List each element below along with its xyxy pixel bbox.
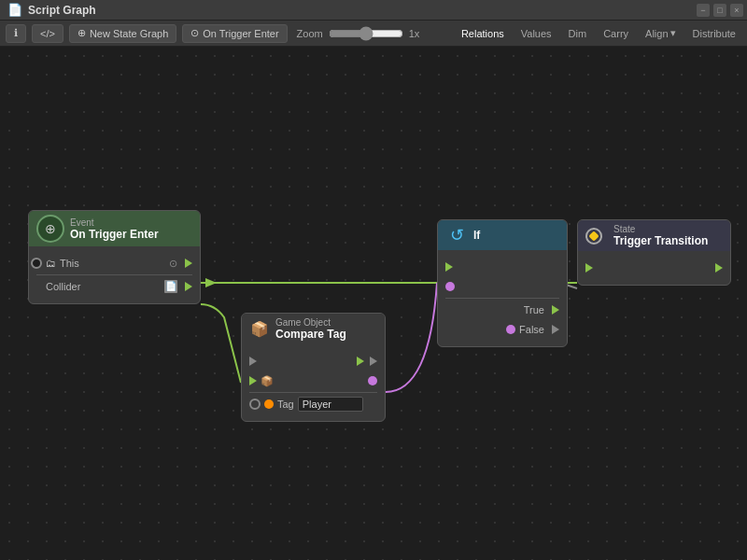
- code-icon: </>: [40, 28, 55, 39]
- zoom-value: 1x: [409, 28, 428, 39]
- align-dropdown[interactable]: Align ▾: [640, 25, 681, 41]
- this-settings-icon[interactable]: ⊙: [169, 258, 177, 270]
- state-diamond-icon: [588, 231, 599, 241]
- on-trigger-enter-button[interactable]: ⊙ On Trigger Enter: [182, 24, 287, 43]
- if-bool-row: [445, 278, 559, 295]
- distribute-toggle[interactable]: Distribute: [687, 26, 741, 41]
- script-graph-title-icon: 📄: [7, 3, 22, 17]
- compare-tag-port: [264, 399, 274, 409]
- compare-flow-out-gray: [370, 357, 377, 366]
- this-label: This: [60, 258, 165, 269]
- dim-toggle[interactable]: Dim: [563, 26, 593, 41]
- compare-flow-row: [249, 353, 377, 370]
- state-subtitle: State: [613, 224, 708, 234]
- if-flow-in-row: [445, 259, 559, 275]
- this-output-port: [185, 259, 192, 268]
- trigger-node-header: ⊕ Event On Trigger Enter: [29, 211, 200, 246]
- toolbar: ℹ </> ⊕ New State Graph ⊙ On Trigger Ent…: [0, 21, 747, 47]
- compare-result-port: [368, 376, 377, 385]
- maximize-button[interactable]: □: [713, 4, 726, 17]
- trigger-title: On Trigger Enter: [70, 228, 159, 241]
- false-label: False: [519, 324, 544, 335]
- info-button[interactable]: ℹ: [6, 24, 26, 43]
- trigger-this-row: 🗂 This ⊙: [36, 255, 192, 272]
- trigger-collider-row: Collider 📄: [36, 278, 192, 295]
- state-title: Trigger Transition: [613, 234, 708, 247]
- titlebar-title: Script Graph: [28, 4, 96, 17]
- titlebar: 📄 Script Graph − □ ×: [0, 0, 747, 21]
- trigger-node-body: 🗂 This ⊙ Collider 📄: [29, 246, 200, 303]
- tag-label: Tag: [277, 399, 294, 410]
- if-icon: ↺: [445, 224, 468, 246]
- state-node-header: State Trigger Transition: [578, 220, 730, 251]
- state-flow-in: [585, 263, 593, 273]
- new-state-graph-button[interactable]: ⊕ New State Graph: [69, 24, 176, 43]
- trigger-icon: ⊙: [190, 27, 199, 39]
- new-state-icon: ⊕: [78, 27, 86, 39]
- zoom-slider[interactable]: [329, 26, 403, 41]
- compare-tag-row: Tag: [249, 396, 377, 413]
- if-false-row: False: [445, 321, 559, 338]
- if-title: If: [473, 229, 480, 242]
- compare-title: Compare Tag: [275, 328, 346, 341]
- trigger-icon-small: 🗂: [46, 258, 56, 269]
- on-trigger-enter-node[interactable]: ⊕ Event On Trigger Enter 🗂 This ⊙ Collid…: [28, 210, 201, 304]
- minimize-button[interactable]: −: [697, 4, 710, 17]
- carry-toggle[interactable]: Carry: [598, 26, 634, 41]
- compare-node-header: 📦 Game Object Compare Tag: [242, 314, 385, 344]
- info-icon: ℹ: [14, 27, 18, 39]
- compare-tag-node[interactable]: 📦 Game Object Compare Tag 📦: [241, 313, 386, 422]
- code-button[interactable]: </>: [32, 24, 63, 43]
- close-button[interactable]: ×: [730, 4, 743, 17]
- svg-marker-1: [205, 278, 217, 287]
- collider-label: Collider: [36, 281, 161, 292]
- state-flow-row: [585, 259, 723, 276]
- compare-cube-icon: 📦: [249, 319, 270, 340]
- compare-obj-icon: 📦: [261, 375, 274, 387]
- if-node-body: True False: [438, 250, 567, 346]
- if-false-out: [552, 325, 559, 334]
- relations-toggle[interactable]: Relations: [456, 26, 510, 41]
- compare-flow-out: [357, 357, 364, 366]
- compare-tag-left: [249, 399, 261, 410]
- canvas[interactable]: ⊕ Event On Trigger Enter 🗂 This ⊙ Collid…: [0, 47, 747, 560]
- zoom-label: Zoom: [297, 28, 323, 39]
- collider-output-port: [185, 282, 192, 291]
- state-node[interactable]: State Trigger Transition: [577, 219, 731, 286]
- if-true-out: [552, 305, 559, 315]
- if-node-header: ↺ If: [438, 220, 567, 250]
- state-flow-out: [715, 263, 723, 273]
- compare-obj-in: [249, 376, 257, 385]
- if-true-row: True: [445, 301, 559, 318]
- collider-doc-icon: 📄: [164, 280, 177, 293]
- trigger-node-icon: ⊕: [36, 215, 64, 243]
- compare-obj-row: 📦: [249, 372, 377, 389]
- if-flow-in: [445, 262, 453, 272]
- trigger-left-connector: [31, 258, 42, 269]
- trigger-subtitle: Event: [70, 217, 159, 228]
- if-false-port: [506, 325, 515, 334]
- compare-node-body: 📦 Tag: [242, 344, 385, 421]
- state-circle-icon: [585, 228, 602, 245]
- tag-value-input[interactable]: [298, 397, 363, 412]
- if-node[interactable]: ↺ If True False: [437, 219, 568, 347]
- true-label: True: [524, 304, 544, 315]
- if-bool-port: [445, 282, 455, 291]
- state-node-body: [578, 251, 730, 285]
- compare-subtitle: Game Object: [275, 317, 346, 328]
- compare-flow-in: [249, 357, 257, 366]
- values-toggle[interactable]: Values: [515, 26, 557, 41]
